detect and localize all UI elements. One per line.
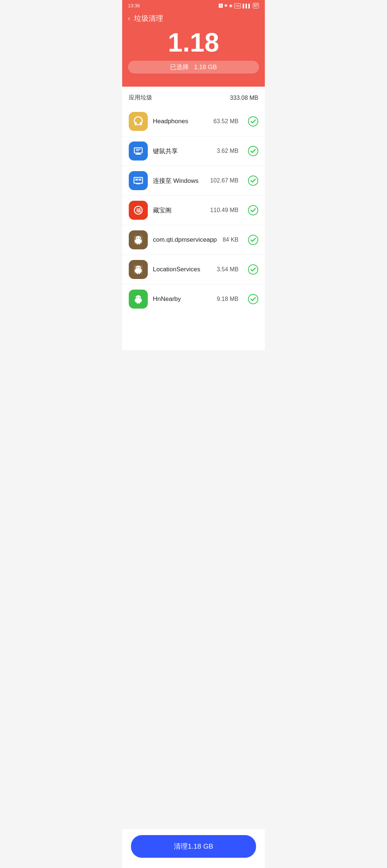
check-icon[interactable] <box>248 264 258 275</box>
app-name: HnNearby <box>153 295 211 303</box>
svg-rect-2 <box>140 122 142 125</box>
app-name: com.qti.dpmserviceapp <box>153 236 217 244</box>
svg-rect-42 <box>137 302 138 304</box>
svg-rect-33 <box>137 272 138 274</box>
total-size-number: 1.18 <box>128 29 259 56</box>
list-item[interactable]: LocationServices 3.54 MB <box>122 255 265 284</box>
app-icon <box>129 290 148 309</box>
app-name: Headphones <box>153 118 208 125</box>
list-item[interactable]: 连接至 Windows 102.67 MB <box>122 166 265 196</box>
content-area: 应用垃圾 333.08 MB Headphones 63.52 MB 键鼠共享 … <box>122 87 265 350</box>
app-size: 3.54 MB <box>217 266 238 273</box>
svg-rect-23 <box>137 243 138 245</box>
page-header: ‹ 垃圾清理 1.18 已选择 1.18 GB <box>122 11 265 87</box>
svg-rect-32 <box>140 269 142 272</box>
svg-rect-30 <box>136 269 141 273</box>
app-icon <box>129 171 148 190</box>
app-size: 9.18 MB <box>217 296 238 302</box>
list-item[interactable]: com.qti.dpmserviceapp 84 KB <box>122 225 265 255</box>
bluetooth-icon: ✱ <box>224 3 228 8</box>
status-bar: 13:36 🅽 ✱ ◉ HD ▌▌▌ 57 <box>122 0 265 11</box>
check-icon[interactable] <box>248 116 258 127</box>
svg-rect-31 <box>135 269 136 272</box>
check-icon[interactable] <box>248 294 258 304</box>
app-icon: 福 <box>129 201 148 220</box>
nfc-icon: 🅽 <box>219 4 223 8</box>
app-size: 102.67 MB <box>210 177 238 184</box>
app-size: 3.62 MB <box>217 148 238 154</box>
svg-rect-6 <box>135 154 141 155</box>
selected-badge: 已选择 1.18 GB <box>128 61 259 73</box>
app-name: 键鼠共享 <box>153 147 211 155</box>
svg-point-35 <box>137 267 138 268</box>
svg-rect-20 <box>136 239 141 243</box>
app-size: 84 KB <box>222 237 238 243</box>
svg-rect-1 <box>135 122 136 125</box>
svg-rect-41 <box>140 299 142 302</box>
svg-point-9 <box>248 146 258 156</box>
svg-rect-12 <box>139 179 141 181</box>
list-item[interactable]: 键鼠共享 3.62 MB <box>122 136 265 166</box>
check-icon[interactable] <box>248 176 258 186</box>
svg-text:福: 福 <box>136 208 141 213</box>
check-icon[interactable] <box>248 235 258 245</box>
app-icon <box>129 260 148 279</box>
svg-point-14 <box>248 176 258 185</box>
selected-size-area: 已选择 1.18 GB <box>128 61 259 77</box>
app-icon <box>129 230 148 249</box>
svg-rect-24 <box>139 243 140 245</box>
svg-rect-13 <box>136 183 140 184</box>
check-icon[interactable] <box>248 146 258 156</box>
signal-icon: ▌▌▌ <box>243 4 251 8</box>
back-button[interactable]: ‹ <box>128 15 130 22</box>
svg-point-26 <box>139 238 140 238</box>
svg-rect-40 <box>135 299 136 302</box>
svg-rect-39 <box>136 298 141 302</box>
battery-level: 57 <box>253 3 259 8</box>
selected-label: 已选择 <box>170 64 189 71</box>
check-icon[interactable] <box>248 205 258 215</box>
svg-point-3 <box>248 117 258 126</box>
list-item[interactable]: 福 藏宝阁 110.49 MB <box>122 196 265 225</box>
section-title: 应用垃圾 <box>129 94 152 102</box>
svg-rect-43 <box>139 302 140 304</box>
svg-point-46 <box>248 294 258 304</box>
svg-rect-10 <box>134 177 142 183</box>
svg-rect-21 <box>135 239 136 242</box>
svg-point-27 <box>248 235 258 245</box>
svg-point-37 <box>248 265 258 274</box>
app-name: 连接至 Windows <box>153 177 205 185</box>
app-size: 63.52 MB <box>214 118 238 125</box>
section-total-size: 333.08 MB <box>230 95 258 101</box>
app-name: 藏宝阁 <box>153 206 205 215</box>
app-name: LocationServices <box>153 266 211 273</box>
list-item[interactable]: HnNearby 9.18 MB <box>122 284 265 314</box>
svg-point-36 <box>139 267 140 268</box>
list-item[interactable]: Headphones 63.52 MB <box>122 107 265 136</box>
status-time: 13:36 <box>128 3 140 8</box>
app-list: Headphones 63.52 MB 键鼠共享 3.62 MB 连接至 Win… <box>122 107 265 314</box>
app-icon <box>129 141 148 161</box>
app-size: 110.49 MB <box>210 207 238 214</box>
svg-point-25 <box>137 238 138 238</box>
hd-icon: HD <box>234 3 241 8</box>
nav-bar: ‹ 垃圾清理 <box>128 14 259 23</box>
wifi-icon: ◉ <box>229 3 233 8</box>
app-icon <box>129 112 148 131</box>
svg-point-44 <box>137 297 138 298</box>
svg-rect-22 <box>140 239 142 242</box>
svg-rect-11 <box>135 179 138 181</box>
svg-point-17 <box>248 205 258 215</box>
svg-point-45 <box>139 297 140 298</box>
selected-size: 1.18 GB <box>194 64 217 71</box>
page-title: 垃圾清理 <box>134 14 163 23</box>
svg-rect-5 <box>136 153 140 154</box>
svg-rect-34 <box>139 272 140 274</box>
section-header: 应用垃圾 333.08 MB <box>122 87 265 107</box>
status-icons: 🅽 ✱ ◉ HD ▌▌▌ 57 <box>219 3 259 8</box>
